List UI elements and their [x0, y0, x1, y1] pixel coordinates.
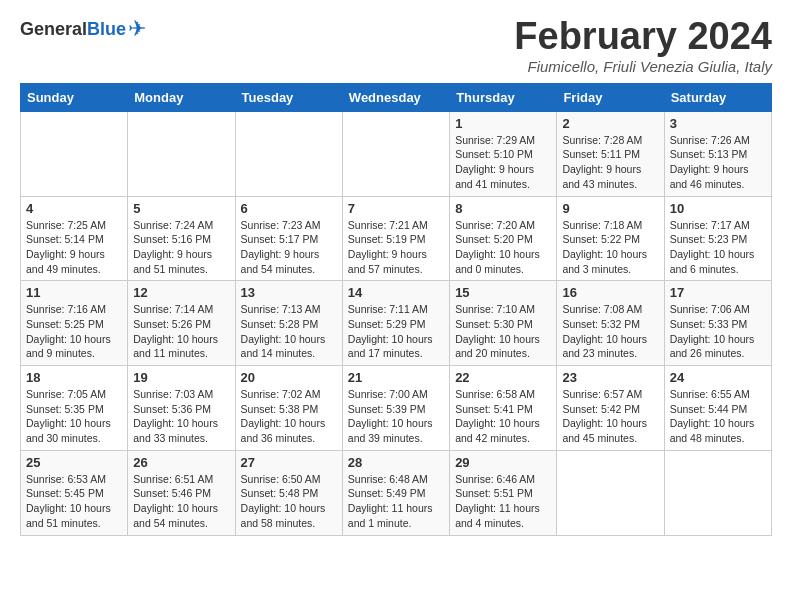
calendar-cell	[235, 111, 342, 196]
calendar-cell: 13Sunrise: 7:13 AMSunset: 5:28 PMDayligh…	[235, 281, 342, 366]
title-area: February 2024 Fiumicello, Friuli Venezia…	[514, 16, 772, 75]
day-number: 14	[348, 285, 444, 300]
day-info: Sunrise: 6:53 AMSunset: 5:45 PMDaylight:…	[26, 472, 122, 531]
calendar-cell	[557, 450, 664, 535]
calendar-cell: 19Sunrise: 7:03 AMSunset: 5:36 PMDayligh…	[128, 366, 235, 451]
calendar-week-row: 4Sunrise: 7:25 AMSunset: 5:14 PMDaylight…	[21, 196, 772, 281]
logo-general: General	[20, 19, 87, 39]
calendar-cell: 9Sunrise: 7:18 AMSunset: 5:22 PMDaylight…	[557, 196, 664, 281]
day-info: Sunrise: 7:25 AMSunset: 5:14 PMDaylight:…	[26, 218, 122, 277]
day-number: 21	[348, 370, 444, 385]
calendar-cell: 23Sunrise: 6:57 AMSunset: 5:42 PMDayligh…	[557, 366, 664, 451]
calendar-cell	[128, 111, 235, 196]
calendar-cell: 28Sunrise: 6:48 AMSunset: 5:49 PMDayligh…	[342, 450, 449, 535]
day-number: 28	[348, 455, 444, 470]
calendar-cell: 21Sunrise: 7:00 AMSunset: 5:39 PMDayligh…	[342, 366, 449, 451]
day-info: Sunrise: 6:58 AMSunset: 5:41 PMDaylight:…	[455, 387, 551, 446]
day-header-saturday: Saturday	[664, 83, 771, 111]
calendar-cell: 16Sunrise: 7:08 AMSunset: 5:32 PMDayligh…	[557, 281, 664, 366]
day-info: Sunrise: 7:05 AMSunset: 5:35 PMDaylight:…	[26, 387, 122, 446]
day-number: 4	[26, 201, 122, 216]
day-number: 13	[241, 285, 337, 300]
location-title: Fiumicello, Friuli Venezia Giulia, Italy	[514, 58, 772, 75]
calendar-cell: 24Sunrise: 6:55 AMSunset: 5:44 PMDayligh…	[664, 366, 771, 451]
day-info: Sunrise: 7:11 AMSunset: 5:29 PMDaylight:…	[348, 302, 444, 361]
day-info: Sunrise: 6:48 AMSunset: 5:49 PMDaylight:…	[348, 472, 444, 531]
calendar-cell: 22Sunrise: 6:58 AMSunset: 5:41 PMDayligh…	[450, 366, 557, 451]
day-header-sunday: Sunday	[21, 83, 128, 111]
day-info: Sunrise: 7:14 AMSunset: 5:26 PMDaylight:…	[133, 302, 229, 361]
day-number: 6	[241, 201, 337, 216]
calendar-header-row: SundayMondayTuesdayWednesdayThursdayFrid…	[21, 83, 772, 111]
day-number: 18	[26, 370, 122, 385]
day-number: 29	[455, 455, 551, 470]
calendar-cell: 27Sunrise: 6:50 AMSunset: 5:48 PMDayligh…	[235, 450, 342, 535]
day-number: 16	[562, 285, 658, 300]
calendar-week-row: 25Sunrise: 6:53 AMSunset: 5:45 PMDayligh…	[21, 450, 772, 535]
day-number: 17	[670, 285, 766, 300]
day-number: 11	[26, 285, 122, 300]
day-info: Sunrise: 7:06 AMSunset: 5:33 PMDaylight:…	[670, 302, 766, 361]
day-info: Sunrise: 7:21 AMSunset: 5:19 PMDaylight:…	[348, 218, 444, 277]
calendar-cell: 5Sunrise: 7:24 AMSunset: 5:16 PMDaylight…	[128, 196, 235, 281]
day-info: Sunrise: 7:23 AMSunset: 5:17 PMDaylight:…	[241, 218, 337, 277]
calendar-cell: 10Sunrise: 7:17 AMSunset: 5:23 PMDayligh…	[664, 196, 771, 281]
day-info: Sunrise: 6:51 AMSunset: 5:46 PMDaylight:…	[133, 472, 229, 531]
logo: GeneralBlue ✈	[20, 16, 146, 42]
month-title: February 2024	[514, 16, 772, 58]
day-info: Sunrise: 7:26 AMSunset: 5:13 PMDaylight:…	[670, 133, 766, 192]
day-number: 20	[241, 370, 337, 385]
day-info: Sunrise: 7:20 AMSunset: 5:20 PMDaylight:…	[455, 218, 551, 277]
calendar-week-row: 18Sunrise: 7:05 AMSunset: 5:35 PMDayligh…	[21, 366, 772, 451]
day-number: 8	[455, 201, 551, 216]
calendar-cell	[664, 450, 771, 535]
calendar-body: 1Sunrise: 7:29 AMSunset: 5:10 PMDaylight…	[21, 111, 772, 535]
calendar-cell: 14Sunrise: 7:11 AMSunset: 5:29 PMDayligh…	[342, 281, 449, 366]
day-info: Sunrise: 7:10 AMSunset: 5:30 PMDaylight:…	[455, 302, 551, 361]
day-header-tuesday: Tuesday	[235, 83, 342, 111]
calendar-cell: 26Sunrise: 6:51 AMSunset: 5:46 PMDayligh…	[128, 450, 235, 535]
calendar-cell: 7Sunrise: 7:21 AMSunset: 5:19 PMDaylight…	[342, 196, 449, 281]
day-number: 5	[133, 201, 229, 216]
header: GeneralBlue ✈ February 2024 Fiumicello, …	[20, 16, 772, 75]
logo-blue: Blue	[87, 19, 126, 39]
day-number: 26	[133, 455, 229, 470]
day-number: 3	[670, 116, 766, 131]
day-info: Sunrise: 7:13 AMSunset: 5:28 PMDaylight:…	[241, 302, 337, 361]
calendar-cell: 15Sunrise: 7:10 AMSunset: 5:30 PMDayligh…	[450, 281, 557, 366]
day-number: 7	[348, 201, 444, 216]
day-info: Sunrise: 7:00 AMSunset: 5:39 PMDaylight:…	[348, 387, 444, 446]
day-number: 1	[455, 116, 551, 131]
day-info: Sunrise: 7:03 AMSunset: 5:36 PMDaylight:…	[133, 387, 229, 446]
day-info: Sunrise: 6:57 AMSunset: 5:42 PMDaylight:…	[562, 387, 658, 446]
calendar-week-row: 11Sunrise: 7:16 AMSunset: 5:25 PMDayligh…	[21, 281, 772, 366]
calendar-cell: 25Sunrise: 6:53 AMSunset: 5:45 PMDayligh…	[21, 450, 128, 535]
calendar-cell: 29Sunrise: 6:46 AMSunset: 5:51 PMDayligh…	[450, 450, 557, 535]
day-number: 10	[670, 201, 766, 216]
calendar-cell: 11Sunrise: 7:16 AMSunset: 5:25 PMDayligh…	[21, 281, 128, 366]
day-header-wednesday: Wednesday	[342, 83, 449, 111]
day-number: 24	[670, 370, 766, 385]
day-number: 12	[133, 285, 229, 300]
logo-bird-icon: ✈	[128, 16, 146, 42]
calendar-cell: 3Sunrise: 7:26 AMSunset: 5:13 PMDaylight…	[664, 111, 771, 196]
day-number: 2	[562, 116, 658, 131]
calendar-table: SundayMondayTuesdayWednesdayThursdayFrid…	[20, 83, 772, 536]
day-info: Sunrise: 7:18 AMSunset: 5:22 PMDaylight:…	[562, 218, 658, 277]
day-number: 23	[562, 370, 658, 385]
day-number: 9	[562, 201, 658, 216]
day-header-monday: Monday	[128, 83, 235, 111]
calendar-cell: 4Sunrise: 7:25 AMSunset: 5:14 PMDaylight…	[21, 196, 128, 281]
calendar-cell: 12Sunrise: 7:14 AMSunset: 5:26 PMDayligh…	[128, 281, 235, 366]
day-number: 15	[455, 285, 551, 300]
day-number: 19	[133, 370, 229, 385]
calendar-cell: 1Sunrise: 7:29 AMSunset: 5:10 PMDaylight…	[450, 111, 557, 196]
calendar-week-row: 1Sunrise: 7:29 AMSunset: 5:10 PMDaylight…	[21, 111, 772, 196]
day-number: 27	[241, 455, 337, 470]
calendar-cell	[342, 111, 449, 196]
day-info: Sunrise: 6:50 AMSunset: 5:48 PMDaylight:…	[241, 472, 337, 531]
calendar-cell: 6Sunrise: 7:23 AMSunset: 5:17 PMDaylight…	[235, 196, 342, 281]
day-info: Sunrise: 7:16 AMSunset: 5:25 PMDaylight:…	[26, 302, 122, 361]
calendar-cell	[21, 111, 128, 196]
day-info: Sunrise: 7:08 AMSunset: 5:32 PMDaylight:…	[562, 302, 658, 361]
